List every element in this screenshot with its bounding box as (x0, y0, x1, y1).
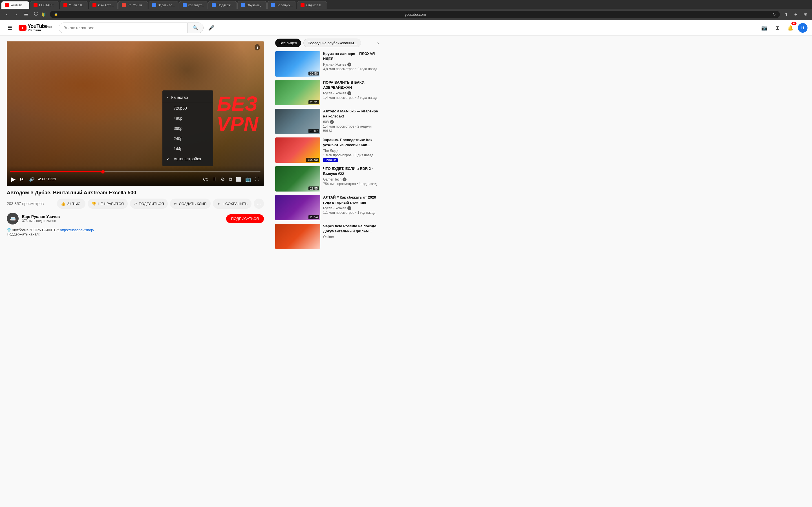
quality-option-5[interactable]: Автонастройка (162, 154, 213, 164)
quality-option-4[interactable]: 144p (162, 144, 213, 154)
channel-avatar[interactable]: 🚐 (7, 213, 18, 224)
video-player[interactable]: ℹ БЕЗ VPN ‹ Качество 720p50480p360p240p1… (7, 41, 264, 186)
tab-grid-button[interactable]: ⊞ (801, 10, 809, 18)
save-button[interactable]: ＋ + СОХРАНИТЬ (213, 199, 252, 209)
video-info-button[interactable]: ℹ (255, 44, 260, 50)
theater-button[interactable]: ⬜ (235, 175, 243, 183)
tab-label-3: (14) Авто... (98, 3, 114, 7)
sidebar-video-title-0: Круиз на лайнере – ПЛОХАЯ ИДЕЯ! (323, 51, 379, 61)
quality-menu-header: ‹ Качество (162, 93, 213, 103)
search-button[interactable]: 🔍 (187, 22, 204, 33)
sidebar-video-2[interactable]: 13:07Автодом MAN 6x6 — квартира на колес… (275, 109, 379, 134)
video-background (7, 41, 264, 186)
verified-icon-2: ✓ (330, 120, 334, 124)
progress-bar[interactable] (10, 171, 260, 172)
filter-btn-1[interactable]: Последние опубликованны... (303, 39, 361, 47)
quality-option-2[interactable]: 360p (162, 123, 213, 133)
yt-logo-text: YouTube (28, 24, 48, 29)
browser-right-controls: ⬆ ＋ ⊞ (782, 10, 809, 18)
search-input[interactable] (59, 22, 187, 33)
browser-tab-4[interactable]: Re: YouTu... (118, 1, 148, 9)
sidebar-video-4[interactable]: 29:55ЧТО БУДЕТ, ЕСЛИ в RDR 2 - Выпуск #2… (275, 166, 379, 191)
channel-row: 🚐 Еще Руслан Усачев 373 тыс. подписчиков… (7, 213, 264, 224)
miniplayer-button[interactable]: ⧉ (227, 175, 233, 183)
play-pause-button[interactable]: ▶ (10, 175, 17, 184)
fullscreen-button[interactable]: ⛶ (254, 175, 260, 183)
share-button[interactable]: ↗ ПОДЕЛИТЬСЯ (130, 199, 168, 209)
sidebar-thumb-1: 23:21 (275, 80, 320, 105)
clip-button[interactable]: ✂ СОЗДАТЬ КЛИП (170, 199, 210, 209)
sidebar-video-3[interactable]: 1:02:00Украина. Последствия: Как уезжают… (275, 137, 379, 163)
quality-option-0[interactable]: 720p50 (162, 103, 213, 113)
sidebar-toggle[interactable]: ☰ (22, 10, 30, 18)
yt-logo[interactable]: YouTube RU Premium (18, 24, 52, 32)
mic-button[interactable]: 🎤 (206, 22, 216, 33)
user-avatar[interactable]: Н (798, 23, 808, 33)
settings-button[interactable]: ⚙ (220, 175, 226, 183)
quality-option-3[interactable]: 240p (162, 133, 213, 144)
channel-name[interactable]: Еще Руслан Усачев (22, 214, 60, 219)
forward-button[interactable]: › (12, 10, 20, 18)
tab-favicon-0 (5, 3, 9, 7)
reload-icon[interactable]: ↻ (772, 12, 776, 17)
tab-label-10: Отдых в К... (306, 3, 323, 7)
sidebar-video-0[interactable]: 30:50Круиз на лайнере – ПЛОХАЯ ИДЕЯ!Русл… (275, 51, 379, 76)
browser-tab-5[interactable]: Задать во... (149, 1, 179, 9)
next-button[interactable]: ⏭ (19, 175, 26, 183)
shield2-icon: 🔰 (41, 12, 46, 17)
sidebar-channel-name-1: Руслан Усачев✓ (323, 91, 379, 95)
sidebar-video-info-2: Автодом MAN 6x6 — квартира на колесах!80… (323, 109, 379, 134)
filter-btn-0[interactable]: Все видео (275, 39, 301, 47)
browser-tab-0[interactable]: YouTube (1, 1, 29, 9)
new-tab-button[interactable]: ＋ (792, 10, 800, 18)
sidebar-video-list: 30:50Круиз на лайнере – ПЛОХАЯ ИДЕЯ!Русл… (275, 51, 379, 249)
tab-favicon-6 (183, 3, 187, 7)
browser-tab-9[interactable]: не запуск... (267, 1, 296, 9)
sidebar-thumb-2: 13:07 (275, 109, 320, 134)
filter-scroll-right[interactable]: › (377, 40, 379, 46)
apps-button[interactable]: ⊞ (772, 22, 783, 33)
tab-label-1: РЕСТАВР... (39, 3, 56, 7)
sidebar-video-5[interactable]: 25:54АЛТАЙ // Как сбежать от 2020 года в… (275, 195, 379, 220)
browser-tab-1[interactable]: РЕСТАВР... (30, 1, 59, 9)
menu-button[interactable]: ☰ (4, 22, 15, 33)
browser-tab-10[interactable]: Отдых в К... (297, 1, 327, 9)
volume-button[interactable]: 🔊 (28, 175, 36, 183)
cast-button[interactable]: 📺 (244, 175, 252, 183)
browser-tab-7[interactable]: Поддерж... (208, 1, 237, 9)
view-count: 203 357 просмотров (7, 202, 44, 206)
tab-favicon-5 (152, 3, 156, 7)
browser-tab-3[interactable]: (14) Авто... (89, 1, 117, 9)
browser-chrome: YouTubeРЕСТАВР...Ушли в К...(14) Авто...… (0, 0, 812, 20)
pause-button[interactable]: ⏸ (211, 175, 218, 183)
browser-tab-6[interactable]: как задат... (179, 1, 207, 9)
sidebar-channel-name-3: The Люди (323, 149, 379, 153)
quality-menu[interactable]: ‹ Качество 720p50480p360p240p144pАвтонас… (162, 91, 213, 166)
address-bar[interactable]: 🔒 youtube.com ↻ (50, 11, 780, 18)
sidebar-video-info-0: Круиз на лайнере – ПЛОХАЯ ИДЕЯ!Руслан Ус… (323, 51, 379, 76)
dislike-button[interactable]: 👎 НЕ НРАВИТСЯ (88, 199, 128, 209)
quality-option-1[interactable]: 480p (162, 113, 213, 123)
subtitles-button[interactable]: CC (202, 176, 209, 182)
sidebar-video-6[interactable]: Через всю Россию на поезде. Документальн… (275, 224, 379, 249)
back-button[interactable]: ‹ (3, 10, 11, 18)
tab-label-2: Ушли в К... (69, 3, 85, 7)
tab-label-5: Задать во... (158, 3, 175, 7)
progress-dot (101, 170, 105, 173)
tab-favicon-10 (301, 3, 305, 7)
sidebar-meta-5: 1,1 млн просмотров • 1 год назад (323, 211, 379, 215)
sidebar-meta-2: 1,4 млн просмотров • 2 недели назад (323, 124, 379, 132)
tab-label-6: как задат... (188, 3, 204, 7)
channel-link[interactable]: https://usachev.shop/ (60, 228, 94, 232)
browser-tab-8[interactable]: Обучающ... (238, 1, 267, 9)
controls-row: ▶ ⏭ 🔊 4:39 / 12:29 CC ⏸ ⚙ ⧉ ⬜ 📺 ⛶ (10, 175, 260, 184)
browser-tab-2[interactable]: Ушли в К... (60, 1, 88, 9)
sidebar-video-1[interactable]: 23:21ПОРА ВАЛИТЬ В БАКУ. АЗЕРБАЙДЖАНРусл… (275, 80, 379, 105)
like-button[interactable]: 👍 21 ТЫС. (57, 199, 86, 209)
subscribe-button[interactable]: ПОДПИСАТЬСЯ (226, 214, 264, 223)
share-button[interactable]: ⬆ (782, 10, 790, 18)
back-arrow-icon[interactable]: ‹ (167, 95, 168, 100)
more-options-button[interactable]: ··· (254, 199, 264, 209)
create-button[interactable]: 📷 (759, 22, 770, 33)
tab-favicon-7 (212, 3, 216, 7)
